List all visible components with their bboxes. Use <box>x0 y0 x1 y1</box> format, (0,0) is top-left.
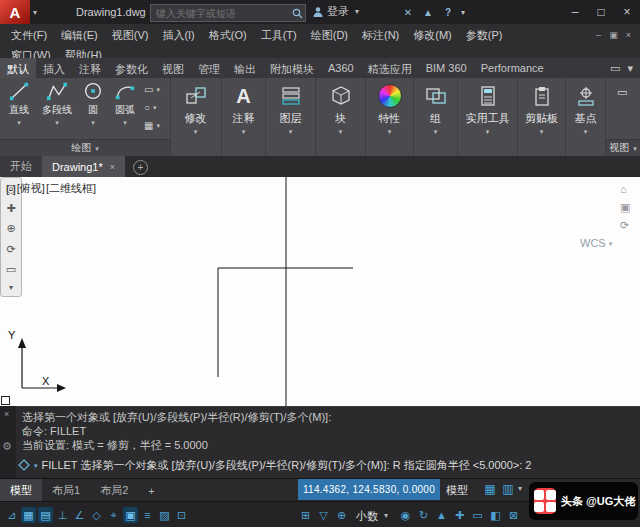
new-drawing-button[interactable]: + <box>133 160 148 175</box>
lock-ui-icon[interactable]: ◧ <box>488 507 503 523</box>
dynamic-ucs-icon[interactable]: ⊞ <box>298 507 313 523</box>
menu-draw[interactable]: 绘图(D) <box>304 28 355 43</box>
annotation-visibility-icon[interactable]: ◉ <box>398 507 413 523</box>
polar-tracking-icon[interactable]: ∠ <box>72 507 87 523</box>
panel-modify[interactable]: 修改 ▾ <box>170 78 222 156</box>
circle-caret-icon[interactable]: ▾ <box>91 119 95 126</box>
doc-restore-icon[interactable]: ▣ <box>606 30 621 40</box>
minimize-button[interactable]: – <box>562 0 588 24</box>
tool-hatch[interactable]: ▦▾ <box>144 116 170 134</box>
signin-caret-icon[interactable]: ▾ <box>352 7 362 16</box>
command-prompt-icon[interactable] <box>18 459 30 471</box>
annotation-scale-icon[interactable]: ▲ <box>434 507 449 523</box>
tool-line[interactable]: 直线 ▾ <box>2 80 36 126</box>
panel-label-draw[interactable]: 绘图 ▾ <box>0 139 170 156</box>
line-caret-icon[interactable]: ▾ <box>17 119 21 126</box>
ribbon-minimize-icon[interactable]: ▭ <box>603 58 627 78</box>
panel-basepoint[interactable]: 基点 ▾ <box>566 78 606 156</box>
menu-edit[interactable]: 编辑(E) <box>54 28 105 43</box>
isodraft-icon[interactable]: ◇ <box>89 507 104 523</box>
menu-insert[interactable]: 插入(I) <box>155 28 201 43</box>
doc-minimize-icon[interactable]: – <box>591 30 606 40</box>
viewport-view-control[interactable]: [俯视] <box>17 181 45 196</box>
polyline-caret-icon[interactable]: ▾ <box>55 119 59 126</box>
drawing-canvas[interactable]: [-] [俯视] [二维线框] ⌂ ▣ ⟳ WCS ▾ ◎ ✚ ⊕ ⟳ ▭ ▾ … <box>0 177 640 406</box>
tool-polyline[interactable]: 多段线 ▾ <box>36 80 78 126</box>
ortho-mode-icon[interactable]: ⊥ <box>55 507 70 523</box>
command-customize-icon[interactable]: ⚙ <box>2 440 12 453</box>
units-display[interactable]: 小数 <box>356 509 378 524</box>
panel-utilities[interactable]: 实用工具 ▾ <box>458 78 518 156</box>
command-input[interactable]: FILLET 选择第一个对象或 [放弃(U)/多段线(P)/半径(R)/修剪(T… <box>42 458 532 473</box>
app-logo-button[interactable]: A <box>0 0 30 24</box>
layout-display-icon[interactable]: ▥ <box>500 482 516 496</box>
menu-parametric[interactable]: 参数(P) <box>459 28 510 43</box>
help-icon[interactable]: ? <box>438 4 458 20</box>
arc-caret-icon[interactable]: ▾ <box>123 119 127 126</box>
menu-tools[interactable]: 工具(T) <box>254 28 304 43</box>
command-close-icon[interactable]: × <box>4 409 9 419</box>
clean-screen-icon[interactable]: ⊠ <box>506 507 521 523</box>
ribbon-tab-addins[interactable]: 附加模块 <box>263 58 321 78</box>
hatch-caret-icon[interactable]: ▾ <box>156 122 160 129</box>
ribbon-tab-bim360[interactable]: BIM 360 <box>419 58 474 78</box>
panel-annotate[interactable]: A 注释 ▾ <box>222 78 266 156</box>
viewcube-rotate-icon[interactable]: ⟳ <box>620 219 629 232</box>
osnap-tracking-icon[interactable]: ⌖ <box>106 507 121 523</box>
layout-tab-layout1[interactable]: 布局1 <box>42 479 90 502</box>
infer-constraints-icon[interactable]: ⊿ <box>4 507 19 523</box>
search-input[interactable] <box>151 8 289 19</box>
osnap-icon[interactable]: ▣ <box>123 507 138 523</box>
gizmo-icon[interactable]: ⊕ <box>334 507 349 523</box>
new-layout-button[interactable]: + <box>138 479 164 502</box>
maximize-button[interactable]: □ <box>588 0 614 24</box>
ribbon-tab-output[interactable]: 输出 <box>227 58 263 78</box>
view-panel-icon[interactable]: ▭ <box>617 86 627 99</box>
autoscale-icon[interactable]: ↻ <box>416 507 431 523</box>
selection-filter-icon[interactable]: ▽ <box>316 507 331 523</box>
ribbon-tab-annotate[interactable]: 注释 <box>72 58 108 78</box>
rectangle-caret-icon[interactable]: ▾ <box>156 86 160 93</box>
snap-mode-icon[interactable]: ▦ <box>21 507 36 523</box>
command-prompt-row[interactable]: ▾ FILLET 选择第一个对象或 [放弃(U)/多段线(P)/半径(R)/修剪… <box>18 456 531 474</box>
file-tab-close-icon[interactable]: × <box>110 162 115 172</box>
menu-view[interactable]: 视图(V) <box>105 28 156 43</box>
ellipse-caret-icon[interactable]: ▾ <box>153 104 157 111</box>
file-tab-drawing1[interactable]: Drawing1* × <box>42 156 125 177</box>
file-tab-start[interactable]: 开始 <box>0 156 42 177</box>
annotation-monitor-icon[interactable]: ✚ <box>452 507 467 523</box>
signin-button[interactable]: 登录 <box>327 4 349 19</box>
status-row1-caret-icon[interactable]: ▾ <box>518 484 522 493</box>
grid-display-icon[interactable]: ▤ <box>38 507 53 523</box>
ribbon-tab-home[interactable]: 默认 <box>0 58 36 78</box>
ribbon-tab-manage[interactable]: 管理 <box>191 58 227 78</box>
ribbon-tab-performance[interactable]: Performance <box>474 58 551 78</box>
wcs-menu[interactable]: WCS ▾ <box>580 237 612 249</box>
ribbon-tab-insert[interactable]: 插入 <box>36 58 72 78</box>
doc-close-icon[interactable]: × <box>621 30 636 40</box>
tool-circle[interactable]: 圆 ▾ <box>78 80 108 126</box>
ribbon-tab-featured-apps[interactable]: 精选应用 <box>361 58 419 78</box>
tool-arc[interactable]: 圆弧 ▾ <box>108 80 142 126</box>
ribbon-tab-view[interactable]: 视图 <box>155 58 191 78</box>
panel-clipboard[interactable]: 剪贴板 ▾ <box>518 78 566 156</box>
panel-group[interactable]: 组 ▾ <box>414 78 458 156</box>
menu-modify[interactable]: 修改(M) <box>406 28 459 43</box>
transparency-icon[interactable]: ▨ <box>157 507 172 523</box>
app-menu-caret-icon[interactable]: ▾ <box>30 8 40 17</box>
panel-properties[interactable]: 特性 ▾ <box>366 78 414 156</box>
panel-label-view[interactable]: 视图 ▾ <box>606 139 640 156</box>
menu-format[interactable]: 格式(O) <box>202 28 254 43</box>
tool-rectangle[interactable]: ▭▾ <box>144 80 170 98</box>
menu-dimension[interactable]: 标注(N) <box>355 28 406 43</box>
viewport-menu-control[interactable]: [-] <box>6 183 16 195</box>
panel-block[interactable]: 块 ▾ <box>316 78 366 156</box>
viewport-visual-style-control[interactable]: [二维线框] <box>46 181 96 196</box>
tool-ellipse[interactable]: ○▾ <box>144 98 170 116</box>
layout-tab-layout2[interactable]: 布局2 <box>90 479 138 502</box>
search-icon[interactable] <box>289 5 305 21</box>
ribbon-tab-parametric[interactable]: 参数化 <box>108 58 155 78</box>
menu-file[interactable]: 文件(F) <box>4 28 54 43</box>
help-caret-icon[interactable]: ▾ <box>458 8 468 17</box>
ribbon-tab-a360[interactable]: A360 <box>321 58 361 78</box>
